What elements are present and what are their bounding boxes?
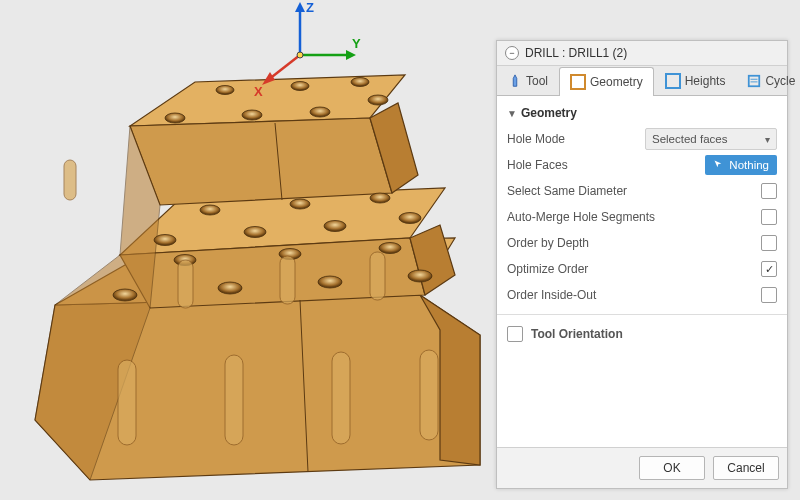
pointer-icon (713, 159, 725, 171)
svg-point-22 (399, 213, 421, 224)
panel-title: DRILL : DRILL1 (2) (525, 46, 627, 60)
hole-mode-value: Selected faces (652, 133, 727, 145)
svg-rect-36 (420, 350, 438, 440)
svg-point-14 (310, 107, 330, 117)
svg-point-21 (324, 221, 346, 232)
svg-point-18 (351, 78, 369, 87)
optimize-order-label: Optimize Order (507, 262, 761, 276)
svg-rect-34 (225, 355, 243, 445)
svg-marker-44 (346, 50, 356, 60)
panel-tabs: Tool Geometry Heights Cycle (497, 66, 787, 96)
auto-merge-checkbox[interactable] (761, 209, 777, 225)
auto-merge-label: Auto-Merge Hole Segments (507, 210, 761, 224)
geometry-group-header[interactable]: ▼ Geometry (507, 102, 777, 126)
svg-point-28 (318, 276, 342, 288)
tab-tool[interactable]: Tool (497, 66, 559, 95)
geometry-icon (570, 74, 586, 90)
panel-titlebar[interactable]: − DRILL : DRILL1 (2) (497, 41, 787, 66)
tab-geometry[interactable]: Geometry (559, 67, 654, 96)
cycle-icon (747, 74, 761, 88)
svg-point-23 (200, 205, 220, 215)
svg-marker-7 (130, 118, 392, 205)
svg-point-25 (370, 193, 390, 203)
tool-icon (508, 74, 522, 88)
axis-z-label: Z (306, 0, 314, 15)
svg-line-45 (268, 55, 300, 80)
heights-icon (665, 73, 681, 89)
svg-point-16 (216, 86, 234, 95)
axis-y-label: Y (352, 36, 361, 51)
svg-rect-48 (749, 76, 760, 87)
svg-point-27 (218, 282, 242, 294)
tab-heights-label: Heights (685, 74, 726, 88)
order-depth-checkbox[interactable] (761, 235, 777, 251)
svg-point-17 (291, 82, 309, 91)
panel-close-icon[interactable]: − (505, 46, 519, 60)
svg-rect-38 (280, 256, 295, 304)
svg-marker-42 (295, 2, 305, 12)
geometry-group-title: Geometry (521, 106, 577, 120)
svg-point-26 (113, 289, 137, 301)
chevron-down-icon: ▼ (507, 108, 517, 119)
svg-point-29 (408, 270, 432, 282)
tab-geometry-label: Geometry (590, 75, 643, 89)
svg-point-47 (297, 52, 303, 58)
tool-orientation-label: Tool Orientation (531, 327, 623, 341)
axis-x-label: X (254, 84, 263, 99)
svg-rect-35 (332, 352, 350, 444)
tab-heights[interactable]: Heights (654, 66, 737, 95)
svg-point-12 (165, 113, 185, 123)
hole-faces-label: Hole Faces (507, 158, 705, 172)
svg-point-24 (290, 199, 310, 209)
optimize-order-checkbox[interactable] (761, 261, 777, 277)
same-diameter-label: Select Same Diameter (507, 184, 761, 198)
svg-point-20 (244, 227, 266, 238)
tool-orientation-checkbox[interactable] (507, 326, 523, 342)
cancel-button[interactable]: Cancel (713, 456, 779, 480)
order-depth-label: Order by Depth (507, 236, 761, 250)
tab-cycle[interactable]: Cycle (736, 66, 800, 95)
inside-out-checkbox[interactable] (761, 287, 777, 303)
hole-mode-label: Hole Mode (507, 132, 645, 146)
same-diameter-checkbox[interactable] (761, 183, 777, 199)
hole-mode-select[interactable]: Selected faces ▾ (645, 128, 777, 150)
svg-point-19 (154, 235, 176, 246)
svg-rect-39 (370, 252, 385, 300)
drill-properties-panel: − DRILL : DRILL1 (2) Tool Geometry Heigh… (496, 40, 788, 489)
tab-tool-label: Tool (526, 74, 548, 88)
hole-faces-picker[interactable]: Nothing (705, 155, 777, 175)
hole-faces-value: Nothing (729, 159, 769, 171)
ok-button[interactable]: OK (639, 456, 705, 480)
svg-rect-40 (64, 160, 76, 200)
inside-out-label: Order Inside-Out (507, 288, 761, 302)
svg-rect-37 (178, 260, 193, 308)
svg-point-13 (242, 110, 262, 120)
tab-cycle-label: Cycle (765, 74, 795, 88)
svg-point-15 (368, 95, 388, 105)
svg-rect-33 (118, 360, 136, 445)
svg-point-32 (379, 243, 401, 254)
chevron-down-icon: ▾ (765, 134, 770, 145)
